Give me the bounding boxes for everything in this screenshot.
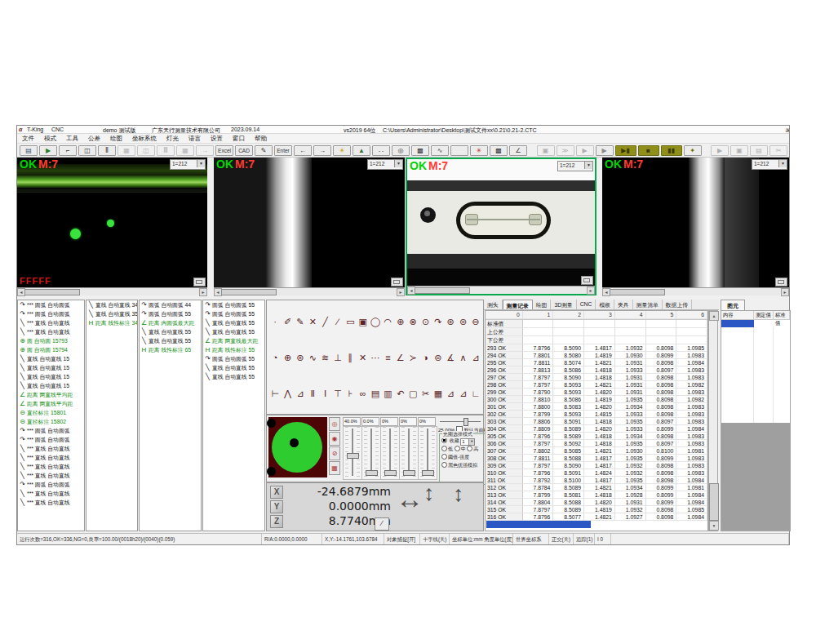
geometry-tool-icon-1-14[interactable]: ∡ — [445, 352, 456, 364]
close-button[interactable]: ✕ — [786, 127, 789, 134]
stop-button[interactable]: ■ — [638, 145, 659, 156]
zoom-out-button[interactable]: - - — [372, 145, 390, 156]
table-row[interactable]: 306 OK7.87978.50921.48181.09350.80971.09… — [486, 440, 707, 447]
spec-row[interactable]: 下公差 — [486, 336, 707, 344]
geometry-tool-icon-0-1[interactable]: ✐ — [282, 316, 293, 328]
list-item[interactable]: ╲*** 直线 自动直线 — [18, 444, 84, 453]
table-row[interactable]: 296 OK7.88138.50861.48181.09330.80971.09… — [486, 366, 707, 374]
list-item[interactable]: ╲直线 自动直线 55 — [203, 372, 264, 381]
list-item[interactable]: ╲*** 直线 自动直线 — [18, 318, 84, 327]
list-item[interactable]: ╲直线 自动直线 35 — [86, 309, 137, 318]
list-item[interactable]: ⊖直径标注 15802 — [18, 417, 84, 426]
geometry-tool-icon-1-5[interactable]: ⊥ — [332, 352, 344, 364]
jog-xy-arrows[interactable]: ↔ — [396, 485, 424, 513]
geometry-tool-icon-0-15[interactable]: ⊜ — [457, 316, 468, 328]
geometry-tool-icon-0-5[interactable]: ∕ — [332, 316, 344, 328]
open-run-button[interactable]: ▶ — [39, 145, 57, 156]
geometry-tool-icon-0-4[interactable]: ╱ — [319, 316, 330, 328]
list-item[interactable]: ╲*** 直线 自动直线 — [18, 327, 84, 336]
geometry-tool-icon-1-1[interactable]: ⊕ — [282, 352, 293, 364]
scrollbar-thumb[interactable] — [415, 287, 470, 294]
geometry-tool-icon-1-15[interactable]: ∧ — [457, 352, 468, 364]
pattern-button[interactable]: ▩ — [411, 145, 429, 156]
geometry-tool-icon-1-3[interactable]: ∿ — [307, 352, 318, 364]
geometry-tool-icon-2-5[interactable]: ⊤ — [332, 388, 344, 400]
geometry-tool-icon-2-13[interactable]: ▦ — [432, 388, 444, 400]
light-button[interactable]: ☀ — [333, 145, 351, 156]
table-row[interactable]: 300 OK7.88108.50861.48191.09350.80981.09… — [486, 396, 707, 403]
list-item[interactable]: ╲直线 自动直线 55 — [203, 363, 264, 372]
geometry-tool-icon-1-16[interactable]: ⊿ — [470, 352, 481, 364]
ring-light-circle[interactable] — [272, 422, 322, 473]
table-row[interactable]: 310 OK7.87968.50911.48241.09320.80981.09… — [486, 469, 707, 477]
pause-button[interactable]: ▮▮ — [661, 145, 682, 156]
segment-light-button[interactable]: ⊘ — [329, 446, 340, 460]
list-item[interactable]: ╲直线 自动直线 55 — [203, 318, 264, 327]
list-item[interactable]: ↷圆弧 自动圆弧 55 — [140, 309, 201, 318]
geometry-tool-icon-1-7[interactable]: ✕ — [357, 352, 369, 364]
list-item[interactable]: ╲*** 直线 自动直线 — [18, 453, 84, 462]
list-item[interactable]: ↷*** 圆弧 自动圆弧 — [18, 309, 84, 318]
geometry-tool-icon-2-1[interactable]: ⋀ — [282, 388, 293, 400]
geometry-tool-icon-2-4[interactable]: Ⅰ — [319, 388, 330, 400]
geometry-tool-icon-1-11[interactable]: ≻ — [407, 352, 419, 364]
prev-button[interactable]: ← — [294, 145, 312, 156]
excel-export-button[interactable]: Excel — [215, 145, 233, 156]
geometry-tool-icon-1-8[interactable]: ⋯ — [370, 352, 381, 364]
table-row[interactable]: 304 OK7.88098.50891.48201.09330.80991.09… — [486, 425, 707, 433]
list-item[interactable]: ╲直线 自动直线 15 — [18, 372, 84, 381]
tab-测头[interactable]: 测头 — [484, 300, 503, 309]
tab-测量记录[interactable]: 测量记录 — [503, 300, 533, 309]
slider-thumb[interactable] — [347, 453, 359, 459]
tab-绘图[interactable]: 绘图 — [533, 300, 552, 309]
geometry-tool-icon-0-9[interactable]: ◠ — [382, 316, 393, 328]
light-slider-track[interactable] — [361, 426, 381, 480]
chart-button[interactable]: ∠ — [509, 145, 527, 156]
geometry-tool-icon-2-12[interactable]: ✂ — [419, 388, 431, 400]
light-slider-track[interactable] — [399, 426, 419, 480]
selected-row-bar[interactable] — [486, 521, 591, 528]
camera-4-hscrollbar[interactable]: ◄ ► — [602, 287, 789, 295]
geometry-tool-icon-0-2[interactable]: ✎ — [295, 316, 306, 328]
ring-light-diagram[interactable] — [268, 417, 327, 477]
tab-测量清单[interactable]: 测量清单 — [633, 300, 663, 309]
light-slider-track[interactable] — [418, 426, 437, 480]
list-item[interactable]: ╲直线 自动直线 34 — [86, 300, 137, 309]
list-item[interactable]: ↷*** 圆弧 自动圆弧 — [18, 480, 84, 489]
camera-1-grip-icon[interactable] — [193, 278, 206, 286]
tab-夹具[interactable]: 夹具 — [614, 300, 633, 309]
geometry-tool-icon-0-13[interactable]: ↷ — [432, 316, 444, 328]
scrollbar-thumb[interactable] — [221, 289, 277, 295]
light-slider-track[interactable] — [343, 426, 362, 480]
camera-2-grip-icon[interactable] — [391, 278, 403, 286]
list-item[interactable]: ⊕圆 自动圆 15794 — [18, 345, 84, 354]
geometry-tool-icon-1-6[interactable]: ∥ — [344, 352, 356, 364]
geometry-tool-icon-2-11[interactable]: ▢ — [407, 388, 419, 400]
camera-4-grip-icon[interactable] — [775, 278, 787, 286]
camera-1-channel-dropdown[interactable]: 1=212▼ — [170, 159, 206, 170]
list-item[interactable]: ╲直线 自动直线 55 — [203, 327, 264, 336]
list-item[interactable]: ∠距离 内圆弧最大距 — [140, 318, 201, 327]
curve-button[interactable]: ∿ — [431, 145, 449, 156]
scrollbar-thumb[interactable] — [709, 483, 719, 521]
draw-button[interactable]: ✎ — [255, 145, 273, 156]
list-item[interactable]: ↷圆弧 自动圆弧 55 — [203, 300, 264, 309]
geometry-tool-icon-2-10[interactable]: ↶ — [395, 388, 406, 400]
image-view-button[interactable]: ▲ — [353, 145, 370, 156]
geometry-tool-icon-0-8[interactable]: ◯ — [370, 316, 381, 328]
scroll-right-icon[interactable]: ► — [781, 288, 789, 296]
list-item[interactable]: ╲直线 自动直线 15 — [18, 363, 84, 372]
table-row[interactable]: 313 OK7.87998.50811.48181.09280.80991.09… — [486, 491, 707, 499]
jog-z-arrow[interactable]: ↕ — [453, 483, 464, 505]
slider-thumb[interactable] — [366, 470, 378, 476]
jog-y-arrow[interactable]: ↕ — [424, 482, 435, 504]
geometry-tool-icon-0-14[interactable]: ⊛ — [445, 316, 456, 328]
list-item[interactable]: H距离 线性标注 65 — [140, 345, 201, 354]
slider-thumb[interactable] — [463, 418, 468, 426]
geometry-tool-icon-0-10[interactable]: ⊕ — [395, 316, 406, 328]
geometry-tool-icon-0-7[interactable]: ▣ — [357, 316, 369, 328]
table-row[interactable]: 301 OK7.88008.50831.48201.09340.80981.09… — [486, 403, 707, 411]
slider-thumb[interactable] — [403, 470, 415, 476]
cad-button[interactable]: CAD — [235, 145, 253, 156]
table-row[interactable]: 299 OK7.87908.50931.48201.09310.80981.09… — [486, 389, 707, 396]
